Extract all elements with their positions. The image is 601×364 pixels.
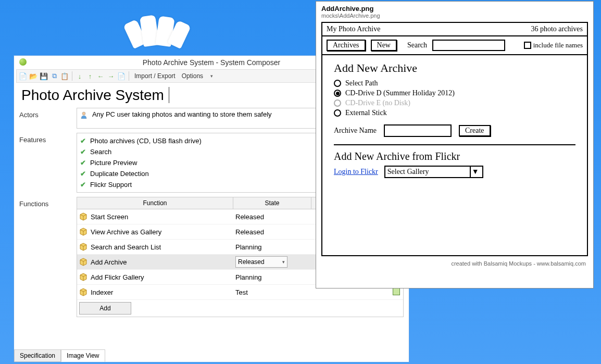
balsamiq-credit: created with Balsamiq Mockups - www.bals… (316, 260, 593, 267)
func-name: Start Screen (91, 213, 128, 221)
cube-icon (79, 243, 87, 251)
login-flickr-link[interactable]: Login to Flickr (334, 168, 378, 176)
archive-count: 36 photo archives (531, 25, 583, 33)
cube-icon (79, 258, 87, 266)
open-icon[interactable]: 📂 (29, 72, 37, 80)
check-icon: ✔ (80, 159, 86, 167)
func-name: Indexer (91, 288, 113, 296)
col-state[interactable]: State (233, 197, 311, 209)
app-icon (19, 58, 27, 66)
features-label: Features (19, 133, 77, 144)
source-radio[interactable]: CD-Drive D (Summer Holiday 2012) (334, 89, 575, 97)
cube-icon (79, 288, 87, 296)
func-name: Search and Search List (91, 243, 161, 251)
mockup-header[interactable]: AddArchive.png mocks\AddArchive.png (316, 2, 593, 20)
mockup-path: mocks\AddArchive.png (321, 12, 588, 19)
person-icon (80, 111, 87, 119)
mockup-title: AddArchive.png (321, 5, 588, 12)
dropdown-icon[interactable]: ▾ (207, 72, 216, 80)
source-radio[interactable]: Select Path (334, 79, 575, 87)
add-archive-heading: Add New Archive (334, 61, 575, 75)
radio-icon (334, 80, 341, 87)
archive-name-label: Archive Name (334, 127, 377, 135)
divider (334, 144, 575, 145)
check-icon: ✔ (80, 170, 86, 178)
checkbox-icon (524, 42, 531, 49)
arrow-right-icon[interactable]: → (107, 72, 115, 80)
search-input[interactable] (432, 40, 505, 51)
save-icon[interactable]: 💾 (40, 72, 48, 80)
wireframe-frame: My Photo Archive 36 photo archives Archi… (321, 22, 588, 256)
svg-point-0 (82, 112, 85, 115)
archive-title: My Photo Archive (327, 25, 380, 33)
cube-icon (79, 212, 87, 221)
doc-forward-icon[interactable]: 📄 (117, 72, 126, 80)
check-icon: ✔ (80, 137, 86, 145)
actors-label: Actors (19, 108, 77, 119)
check-icon: ✔ (80, 148, 86, 156)
check-icon: ✔ (80, 181, 86, 189)
col-function[interactable]: Function (77, 197, 233, 209)
actors-text: Any PC user taking photos and wanting to… (92, 110, 272, 118)
new-icon[interactable]: 📄 (19, 72, 27, 80)
desktop-splash-decoration (135, 16, 240, 47)
add-flickr-heading: Add New Archive from Flickr (334, 150, 575, 162)
arrow-up-icon[interactable]: ↑ (86, 72, 94, 80)
tab-image-view[interactable]: Image View (61, 349, 105, 362)
radio-icon (334, 90, 341, 97)
func-name: Add Archive (91, 258, 127, 266)
include-filenames-checkbox[interactable]: include file names (524, 41, 583, 49)
add-function-button[interactable]: Add (79, 302, 131, 315)
functions-label: Functions (19, 197, 77, 208)
source-radio: CD-Drive E (no Disk) (334, 99, 575, 107)
search-label: Search (407, 41, 427, 49)
import-export-menu[interactable]: Import / Export (132, 72, 178, 80)
tab-specification[interactable]: Specification (14, 349, 61, 362)
options-menu[interactable]: Options (180, 72, 205, 80)
arrow-left-icon[interactable]: ← (96, 72, 105, 80)
paste-icon[interactable]: 📋 (60, 72, 69, 80)
state-dropdown[interactable]: Released▾ (235, 256, 287, 268)
archive-name-input[interactable] (384, 124, 452, 137)
dropdown-arrow-icon: ▼ (470, 167, 480, 177)
mockup-window: AddArchive.png mocks\AddArchive.png My P… (316, 1, 594, 288)
archives-button[interactable]: Archives (327, 40, 366, 51)
cube-icon (79, 228, 87, 236)
new-button[interactable]: New (371, 40, 397, 51)
radio-icon (334, 99, 341, 107)
link-marker-icon[interactable] (393, 288, 400, 295)
copy-icon[interactable]: ⧉ (50, 72, 58, 80)
func-name: View Archive as Gallery (91, 228, 161, 236)
func-name: Add Flickr Gallery (91, 273, 144, 281)
radio-icon (334, 109, 341, 117)
gallery-select[interactable]: Select Gallery ▼ (384, 166, 483, 178)
arrow-down-icon[interactable]: ↓ (76, 72, 84, 80)
bottom-tabs: Specification Image View (14, 349, 105, 362)
window-title: Photo Archive System - System Composer (143, 58, 281, 67)
cube-icon (79, 273, 87, 281)
create-button[interactable]: Create (459, 125, 491, 136)
source-radio[interactable]: External Stick (334, 109, 575, 117)
